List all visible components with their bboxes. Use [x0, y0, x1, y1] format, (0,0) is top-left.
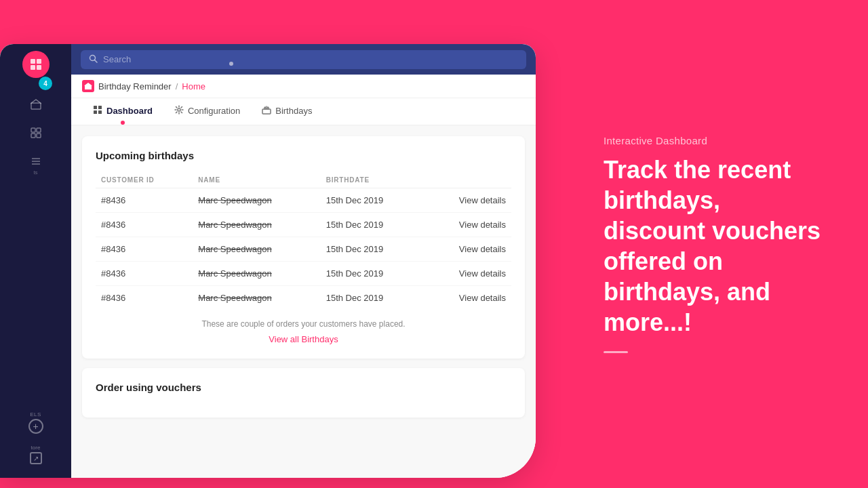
svg-rect-4: [31, 103, 41, 109]
home-icon: [30, 98, 42, 110]
cell-birthdate: 15th Dec 2019: [321, 188, 424, 213]
store-label: tore: [31, 445, 41, 451]
cell-action[interactable]: View details: [424, 213, 511, 237]
svg-rect-20: [262, 109, 271, 114]
sidebar-nav: ts: [0, 98, 71, 176]
sidebar-logo: [22, 51, 50, 78]
breadcrumb-bar: Birthday Reminder / Home: [71, 75, 536, 98]
sidebar-bottom: ELS + tore ↗: [28, 411, 43, 478]
table-row: #8436Marc Speedwagon15th Dec 2019View de…: [96, 286, 511, 310]
svg-rect-7: [31, 134, 35, 138]
col-customer-id: CUSTOMER ID: [96, 172, 193, 188]
svg-line-13: [95, 60, 98, 62]
svg-point-19: [178, 108, 180, 111]
external-link-icon[interactable]: ↗: [30, 452, 42, 464]
sidebar: 4: [0, 44, 71, 478]
svg-rect-15: [94, 106, 97, 109]
add-icon[interactable]: +: [28, 419, 43, 434]
table-body: #8436Marc Speedwagon15th Dec 2019View de…: [96, 188, 511, 310]
cell-birthdate: 15th Dec 2019: [321, 286, 424, 310]
search-bar[interactable]: Search: [81, 50, 526, 69]
tab-birthdays[interactable]: Birthdays: [251, 98, 323, 125]
sidebar-item-store[interactable]: tore ↗: [30, 445, 42, 464]
screen-card: 4: [0, 44, 536, 478]
order-vouchers-title: Order using vouchers: [96, 382, 511, 393]
dashboard-tab-label: Dashboard: [106, 106, 153, 116]
upcoming-birthdays-card: Upcoming birthdays CUSTOMER ID NAME BIRT…: [82, 136, 525, 359]
cell-action[interactable]: View details: [424, 286, 511, 310]
breadcrumb-app-name: Birthday Reminder: [98, 81, 172, 92]
footer-text: These are couple of orders your customer…: [96, 319, 511, 329]
right-panel-main-text: Track the recent birthdays, discount vou…: [604, 155, 827, 338]
col-name: NAME: [193, 172, 320, 188]
sidebar-item-apps[interactable]: [7, 127, 64, 139]
search-icon: [89, 54, 98, 65]
upcoming-birthdays-title: Upcoming birthdays: [96, 150, 511, 161]
svg-rect-0: [31, 59, 35, 64]
cell-name: Marc Speedwagon: [193, 262, 320, 286]
view-all-birthdays-link[interactable]: View all Birthdays: [269, 334, 338, 344]
svg-rect-2: [31, 65, 35, 70]
svg-rect-8: [37, 134, 41, 138]
table-header: CUSTOMER ID NAME BIRTHDATE: [96, 172, 511, 188]
sidebar-item-els[interactable]: ELS +: [28, 411, 43, 434]
cell-action[interactable]: View details: [424, 262, 511, 286]
sidebar-item-ts-label: ts: [33, 169, 37, 176]
cell-birthdate: 15th Dec 2019: [321, 213, 424, 237]
svg-rect-6: [37, 128, 41, 132]
table-row: #8436Marc Speedwagon15th Dec 2019View de…: [96, 188, 511, 213]
svg-rect-16: [98, 106, 102, 109]
birthdays-tab-label: Birthdays: [275, 106, 312, 116]
svg-rect-17: [94, 110, 97, 114]
configuration-tab-label: Configuration: [188, 106, 240, 116]
breadcrumb-separator: /: [176, 81, 178, 92]
cell-customer-id: #8436: [96, 262, 193, 286]
svg-rect-1: [37, 59, 41, 64]
cell-name: Marc Speedwagon: [193, 188, 320, 213]
list-icon: [30, 155, 42, 167]
cell-customer-id: #8436: [96, 213, 193, 237]
birthdays-tab-icon: [262, 105, 271, 117]
svg-rect-5: [31, 128, 35, 132]
table-footer: These are couple of orders your customer…: [96, 310, 511, 345]
col-birthdate: BIRTHDATE: [321, 172, 424, 188]
cell-birthdate: 15th Dec 2019: [321, 262, 424, 286]
dot-decoration: [229, 62, 233, 66]
sidebar-item-home[interactable]: [7, 98, 64, 110]
configuration-tab-icon: [174, 105, 184, 117]
breadcrumb-home-link[interactable]: Home: [182, 81, 205, 92]
underline-decoration: [604, 351, 628, 353]
sidebar-item-list[interactable]: ts: [7, 155, 64, 176]
cell-action[interactable]: View details: [424, 188, 511, 213]
right-panel-subtitle: Interactive Dashboard: [604, 135, 827, 146]
cell-customer-id: #8436: [96, 286, 193, 310]
sidebar-notification-badge: 4: [39, 77, 52, 90]
birthdays-table: CUSTOMER ID NAME BIRTHDATE #8436Marc Spe…: [96, 172, 511, 310]
table-row: #8436Marc Speedwagon15th Dec 2019View de…: [96, 237, 511, 262]
svg-rect-18: [98, 110, 102, 114]
cell-customer-id: #8436: [96, 237, 193, 262]
app-icon: [82, 80, 94, 92]
app-layout: 4: [0, 44, 536, 478]
tab-configuration[interactable]: Configuration: [163, 98, 251, 125]
svg-rect-14: [85, 85, 92, 89]
cell-customer-id: #8436: [96, 188, 193, 213]
laptop-wrapper: 4: [0, 17, 556, 478]
cell-name: Marc Speedwagon: [193, 286, 320, 310]
order-vouchers-card: Order using vouchers: [82, 368, 525, 418]
apps-icon: [30, 127, 42, 139]
cell-name: Marc Speedwagon: [193, 213, 320, 237]
tabs-bar: Dashboard Configuration: [71, 98, 536, 125]
tab-dashboard[interactable]: Dashboard: [82, 98, 163, 125]
col-action: [424, 172, 511, 188]
cell-action[interactable]: View details: [424, 237, 511, 262]
dashboard-tab-icon: [93, 105, 102, 117]
main-area: Search Birthday Reminder / Home: [71, 44, 536, 478]
search-placeholder: Search: [103, 54, 131, 64]
svg-rect-3: [37, 65, 41, 70]
cell-name: Marc Speedwagon: [193, 237, 320, 262]
cell-birthdate: 15th Dec 2019: [321, 237, 424, 262]
els-label: ELS: [30, 411, 41, 418]
table-header-row: CUSTOMER ID NAME BIRTHDATE: [96, 172, 511, 188]
top-nav: Search: [71, 44, 536, 75]
